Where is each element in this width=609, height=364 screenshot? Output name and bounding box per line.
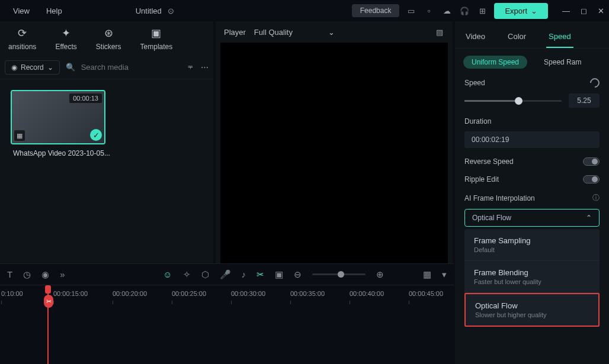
close-icon[interactable]: ✕ [598, 7, 604, 15]
film-icon: ▦ [14, 130, 25, 141]
templates-icon: ▣ [149, 26, 164, 40]
tl-tick: 00:00:45:00 [409, 290, 443, 297]
stickers-icon: ⊛ [101, 26, 116, 40]
timeline-ruler[interactable]: 0:10:00 00:00:15:00 00:00:20:00 00:00:25… [0, 285, 454, 304]
qr-icon[interactable]: ⊞ [477, 6, 487, 15]
text-tool-icon[interactable]: T [7, 269, 12, 279]
tab-templates[interactable]: ▣ Templates [134, 24, 179, 56]
palette-tool-icon[interactable]: ◉ [41, 269, 49, 280]
ai-frame-label: AI Frame Interpolation [464, 194, 535, 202]
transitions-icon: ⟳ [15, 26, 30, 40]
reset-icon[interactable] [588, 76, 602, 90]
tab-video[interactable]: Video [463, 26, 488, 48]
more-tool-icon[interactable]: » [60, 269, 65, 279]
dd-option-optical[interactable]: Optical Flow Slower but higher quality [464, 293, 600, 327]
reverse-speed-label: Reverse Speed [464, 157, 514, 166]
tab-effects[interactable]: ✦ Effects [49, 24, 82, 56]
record-button[interactable]: ◉ Record ⌄ [5, 60, 60, 75]
cloud-sync-icon: ⊙ [166, 6, 176, 15]
tl-tick: 00:00:15:00 [53, 290, 88, 297]
cut-tool-icon[interactable]: ✂ [257, 269, 264, 280]
record-icon: ◉ [11, 63, 17, 72]
tab-stickers[interactable]: ⊛ Stickers [90, 24, 127, 56]
dropdown-icon[interactable]: ▾ [442, 269, 447, 280]
subtab-uniform-speed[interactable]: Uniform Speed [463, 56, 527, 69]
ripple-edit-toggle[interactable] [583, 175, 600, 183]
save-icon[interactable]: ▫ [424, 6, 434, 15]
chevron-down-icon: ⌄ [47, 63, 53, 72]
export-button[interactable]: Export ⌄ [494, 3, 548, 19]
filter-icon[interactable]: ⫧ [187, 63, 195, 72]
grid-view-icon[interactable]: ▦ [423, 269, 431, 280]
search-input[interactable] [81, 63, 181, 72]
snapshot-icon[interactable]: ▨ [435, 27, 444, 37]
speed-label: Speed [464, 79, 485, 87]
tl-tick: 00:00:40:00 [350, 290, 384, 297]
tab-speed[interactable]: Speed [546, 26, 573, 48]
zoom-in-icon[interactable]: ⊕ [376, 269, 384, 280]
zoom-slider[interactable] [312, 273, 366, 275]
menu-view[interactable]: View [5, 4, 38, 18]
chevron-up-icon: ⌃ [586, 214, 592, 222]
media-item[interactable]: 00:00:13 ▦ ✓ [11, 90, 105, 144]
speed-value[interactable]: 5.25 [569, 94, 600, 108]
quality-selector[interactable]: Full Quality ⌄ [254, 28, 427, 37]
duration-label: Duration [464, 117, 491, 125]
chevron-down-icon: ⌄ [531, 7, 537, 15]
headphones-icon[interactable]: 🎧 [460, 6, 469, 15]
document-title: Untitled [136, 7, 162, 15]
effects-icon: ✦ [59, 26, 73, 40]
help-icon[interactable]: ⓘ [592, 193, 600, 203]
cloud-icon[interactable]: ☁ [442, 6, 451, 15]
player-label: Player [224, 28, 246, 37]
tl-tick: 0:10:00 [1, 290, 23, 297]
more-icon[interactable]: ⋯ [200, 63, 209, 72]
chevron-down-icon: ⌄ [328, 28, 335, 37]
monitor-icon[interactable]: ▭ [406, 6, 416, 15]
menu-help[interactable]: Help [38, 4, 70, 18]
media-name: WhatsApp Video 2023-10-05... [11, 144, 203, 160]
search-icon: 🔍 [66, 63, 75, 72]
face-tool-icon[interactable]: ☺ [163, 269, 172, 279]
music-tool-icon[interactable]: ♪ [242, 269, 246, 279]
ai-frame-dropdown[interactable]: Optical Flow ⌃ [464, 209, 600, 227]
maximize-icon[interactable]: ◻ [581, 7, 587, 15]
dd-option-blending[interactable]: Frame Blending Faster but lower quality [464, 261, 600, 293]
tl-tick: 00:00:35:00 [290, 290, 325, 297]
reverse-speed-toggle[interactable] [583, 157, 600, 166]
subtab-speed-ramp[interactable]: Speed Ram [536, 56, 589, 69]
crop-tool-icon[interactable]: ▣ [275, 269, 283, 280]
check-icon: ✓ [90, 129, 102, 141]
tl-tick: 00:00:25:00 [172, 290, 206, 297]
timer-tool-icon[interactable]: ◷ [23, 269, 31, 280]
shield-tool-icon[interactable]: ⬡ [201, 269, 209, 280]
tl-tick: 00:00:20:00 [113, 290, 147, 297]
minimize-icon[interactable]: — [562, 7, 570, 15]
cut-marker-icon[interactable]: ✂ [44, 295, 53, 308]
media-duration: 00:00:13 [69, 94, 102, 103]
duration-input[interactable]: 00:00:02:19 [464, 131, 600, 148]
feedback-button[interactable]: Feedback [352, 4, 400, 17]
tab-color[interactable]: Color [505, 26, 528, 48]
speed-slider[interactable] [464, 100, 562, 102]
sparkle-tool-icon[interactable]: ✧ [183, 269, 191, 280]
tab-transitions[interactable]: ⟳ ansitions [2, 24, 42, 56]
dd-option-sampling[interactable]: Frame Sampling Default [464, 229, 600, 261]
tl-tick: 00:00:30:00 [231, 290, 265, 297]
ripple-edit-label: Ripple Edit [464, 175, 499, 183]
zoom-out-icon[interactable]: ⊖ [294, 269, 302, 280]
mic-tool-icon[interactable]: 🎤 [220, 269, 231, 280]
